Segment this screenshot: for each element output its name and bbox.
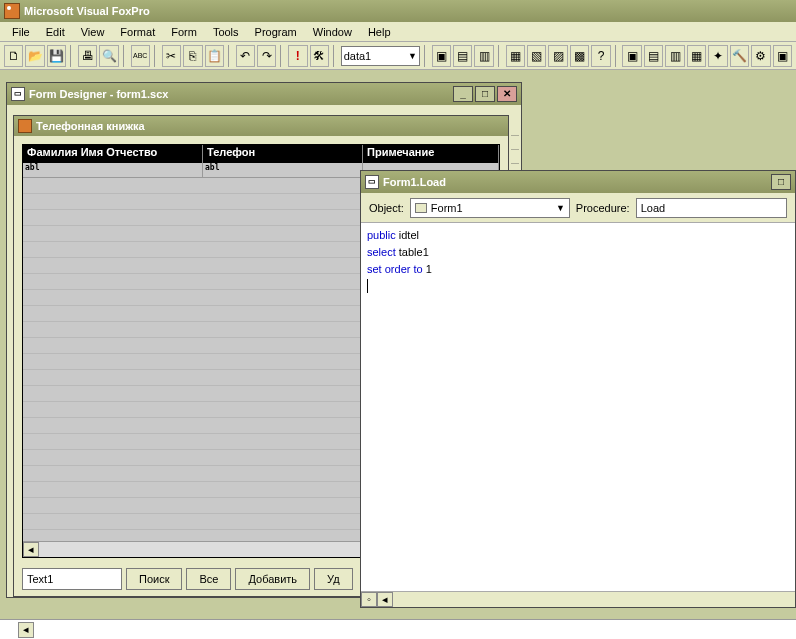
code-editor-window: ▭ Form1.Load □ Object: Form1 ▼ Procedure… [360, 170, 796, 608]
separator [615, 45, 619, 67]
keyword: public [367, 229, 396, 241]
separator [123, 45, 127, 67]
preview-button[interactable]: 🔍 [99, 45, 118, 67]
ext6-button[interactable]: ⚙ [751, 45, 770, 67]
form-designer-icon: ▭ [11, 87, 25, 101]
menu-window[interactable]: Window [305, 24, 360, 40]
menu-file[interactable]: File [4, 24, 38, 40]
form-designer-title: Form Designer - form1.scx [29, 88, 168, 100]
grid-header-prim[interactable]: Примечание [363, 145, 499, 163]
code-editor-toolbar: Object: Form1 ▼ Procedure: Load [361, 193, 795, 223]
paste-button[interactable]: 📋 [205, 45, 224, 67]
database-combo[interactable]: data1 ▼ [341, 46, 420, 66]
separator [70, 45, 74, 67]
separator [154, 45, 158, 67]
scroll-left-icon[interactable]: ◂ [23, 542, 39, 557]
new-button[interactable]: 🗋 [4, 45, 23, 67]
ext4-button[interactable]: ▦ [687, 45, 706, 67]
database-combo-value: data1 [344, 50, 372, 62]
modify-button[interactable]: 🛠 [310, 45, 329, 67]
window-button[interactable]: ▣ [432, 45, 451, 67]
object-combo[interactable]: Form1 ▼ [410, 198, 570, 218]
close-button[interactable]: ✕ [497, 86, 517, 102]
spellcheck-button[interactable]: ABC [131, 45, 150, 67]
code-editor-body[interactable]: public idtel select table1 set order to … [361, 223, 795, 591]
search-button[interactable]: Поиск [126, 568, 182, 590]
mdi-hscroll[interactable]: ◂ [0, 619, 796, 639]
app-titlebar: Microsoft Visual FoxPro [0, 0, 796, 22]
delete-button[interactable]: Уд [314, 568, 353, 590]
foxpro-icon [4, 3, 20, 19]
grid-header: Фамилия Имя Отчество Телефон Примечание [23, 145, 499, 163]
object-label: Object: [369, 202, 404, 214]
menubar: File Edit View Format Form Tools Program… [0, 22, 796, 42]
code-text: 1 [423, 263, 432, 275]
code-text: table1 [396, 246, 429, 258]
help-button[interactable]: ? [591, 45, 610, 67]
text1-input[interactable] [22, 568, 122, 590]
save-button[interactable]: 💾 [47, 45, 66, 67]
code-editor-title: Form1.Load [383, 176, 446, 188]
menu-help[interactable]: Help [360, 24, 399, 40]
chevron-down-icon: ▼ [556, 203, 565, 213]
mdi-area: ▭ Form Designer - form1.scx _ □ ✕ Телефо… [0, 70, 796, 639]
scroll-left-icon[interactable]: ◂ [377, 592, 393, 607]
misc2-button[interactable]: ▧ [527, 45, 546, 67]
procedure-label: Procedure: [576, 202, 630, 214]
scroll-left-icon[interactable]: ◂ [18, 622, 34, 638]
designed-form-titlebar: Телефонная книжка [14, 116, 508, 136]
separator [424, 45, 428, 67]
ext2-button[interactable]: ▤ [644, 45, 663, 67]
procedure-combo[interactable]: Load [636, 198, 787, 218]
undo-button[interactable]: ↶ [236, 45, 255, 67]
open-button[interactable]: 📂 [25, 45, 44, 67]
object-combo-value: Form1 [431, 202, 463, 214]
browse-button[interactable]: ▥ [474, 45, 493, 67]
menu-view[interactable]: View [73, 24, 113, 40]
ext5-button[interactable]: ✦ [708, 45, 727, 67]
designed-form-title: Телефонная книжка [36, 120, 145, 132]
add-button[interactable]: Добавить [235, 568, 310, 590]
grid-header-tel[interactable]: Телефон [203, 145, 363, 163]
code-text: idtel [396, 229, 419, 241]
code-editor-hscroll[interactable]: ◦ ◂ [361, 591, 795, 607]
ext1-button[interactable]: ▣ [622, 45, 641, 67]
form-button[interactable]: ▤ [453, 45, 472, 67]
misc4-button[interactable]: ▩ [570, 45, 589, 67]
menu-edit[interactable]: Edit [38, 24, 73, 40]
misc1-button[interactable]: ▦ [506, 45, 525, 67]
maximize-button[interactable]: □ [771, 174, 791, 190]
separator [498, 45, 502, 67]
print-button[interactable]: 🖶 [78, 45, 97, 67]
text-cursor [367, 279, 368, 293]
app-title: Microsoft Visual FoxPro [24, 5, 150, 17]
scroll-anchor-icon[interactable]: ◦ [361, 592, 377, 607]
all-button[interactable]: Все [186, 568, 231, 590]
run-button[interactable]: ! [288, 45, 307, 67]
minimize-button[interactable]: _ [453, 86, 473, 102]
ext7-button[interactable]: ▣ [773, 45, 792, 67]
menu-format[interactable]: Format [112, 24, 163, 40]
keyword: select [367, 246, 396, 258]
build-button[interactable]: 🔨 [730, 45, 749, 67]
ext3-button[interactable]: ▥ [665, 45, 684, 67]
form-icon [415, 203, 427, 213]
grid-header-fio[interactable]: Фамилия Имя Отчество [23, 145, 203, 163]
separator [228, 45, 232, 67]
copy-button[interactable]: ⎘ [183, 45, 202, 67]
form-designer-titlebar[interactable]: ▭ Form Designer - form1.scx _ □ ✕ [7, 83, 521, 105]
cut-button[interactable]: ✂ [162, 45, 181, 67]
code-window-icon: ▭ [365, 175, 379, 189]
redo-button[interactable]: ↷ [257, 45, 276, 67]
misc3-button[interactable]: ▨ [548, 45, 567, 67]
grid-textbox-marker[interactable]: abl [203, 163, 363, 177]
chevron-down-icon: ▼ [408, 51, 417, 61]
code-editor-titlebar[interactable]: ▭ Form1.Load □ [361, 171, 795, 193]
grid-textbox-marker[interactable]: abl [23, 163, 203, 177]
menu-form[interactable]: Form [163, 24, 205, 40]
separator [333, 45, 337, 67]
menu-tools[interactable]: Tools [205, 24, 247, 40]
procedure-combo-value: Load [641, 202, 665, 214]
menu-program[interactable]: Program [247, 24, 305, 40]
maximize-button[interactable]: □ [475, 86, 495, 102]
